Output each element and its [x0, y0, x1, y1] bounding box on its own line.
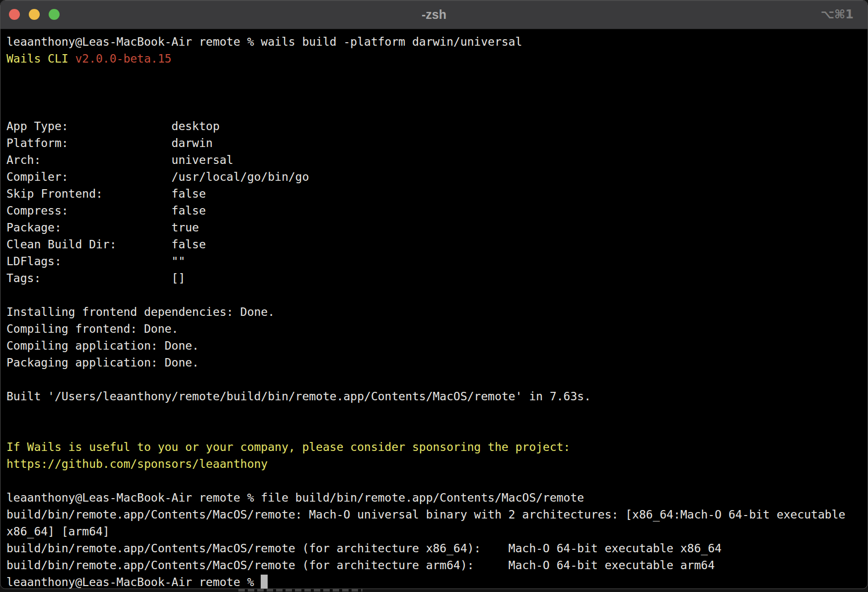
- terminal-text: Package: true: [6, 221, 199, 234]
- terminal-text: build/bin/remote.app/Contents/MacOS/remo…: [6, 559, 715, 572]
- terminal-text: Built '/Users/leaanthony/remote/build/bi…: [6, 390, 591, 403]
- terminal-content[interactable]: leaanthony@Leas-MacBook-Air remote % wai…: [0, 29, 868, 589]
- wails-version-line: Wails CLI v2.0.0-beta.15: [6, 50, 866, 67]
- sponsor-message: If Wails is useful to you or your compan…: [6, 439, 866, 455]
- terminal-text: Compiling frontend: Done.: [6, 322, 178, 335]
- terminal-text: Skip Frontend: false: [6, 187, 206, 200]
- command-line-build: leaanthony@Leas-MacBook-Air remote % wai…: [6, 33, 866, 50]
- terminal-text: Platform: darwin: [6, 137, 213, 149]
- config-platform: Platform: darwin: [6, 135, 866, 151]
- config-compiler: Compiler: /usr/local/go/bin/go: [6, 168, 866, 185]
- occluded-window-sliver: [238, 589, 362, 592]
- file-output-universal-wrap: x86_64] [arm64]: [6, 523, 866, 540]
- config-skip-frontend: Skip Frontend: false: [6, 185, 866, 202]
- terminal-text: Compress: false: [6, 204, 206, 217]
- blank-line: [6, 405, 866, 422]
- build-result-line: Built '/Users/leaanthony/remote/build/bi…: [6, 388, 866, 405]
- terminal-text: Wails CLI: [6, 52, 75, 65]
- terminal-cursor: [261, 575, 268, 589]
- config-package: Package: true: [6, 219, 866, 236]
- terminal-text: Tags: []: [6, 272, 185, 285]
- terminal-text: Installing frontend dependencies: Done.: [6, 305, 275, 318]
- terminal-text: leaanthony@Leas-MacBook-Air remote % wai…: [6, 35, 522, 48]
- status-packaging-application: Packaging application: Done.: [6, 354, 866, 371]
- terminal-text: Compiling application: Done.: [6, 339, 199, 352]
- blank-line: [6, 67, 866, 84]
- terminal-text: Packaging application: Done.: [6, 356, 199, 369]
- status-installing-deps: Installing frontend dependencies: Done.: [6, 303, 866, 320]
- sponsor-url[interactable]: https://github.com/sponsors/leaanthony: [6, 457, 268, 470]
- terminal-text: Clean Build Dir: false: [6, 238, 206, 251]
- config-clean-build-dir: Clean Build Dir: false: [6, 236, 866, 253]
- terminal-text: leaanthony@Leas-MacBook-Air remote %: [6, 576, 261, 589]
- terminal-text: LDFlags: "": [6, 255, 185, 268]
- config-tags: Tags: []: [6, 270, 866, 287]
- terminal-text: leaanthony@Leas-MacBook-Air remote % fil…: [6, 491, 584, 504]
- window-titlebar[interactable]: -zsh ⌥⌘1: [0, 0, 868, 29]
- blank-line: [6, 371, 866, 388]
- window-title: -zsh: [0, 0, 868, 29]
- desktop-background: { "window": { "title": "-zsh", "shortcut…: [0, 0, 868, 592]
- blank-line: [6, 287, 866, 303]
- config-compress: Compress: false: [6, 202, 866, 219]
- sponsor-url-line: https://github.com/sponsors/leaanthony: [6, 455, 866, 472]
- config-app-type: App Type: desktop: [6, 118, 866, 135]
- blank-line: [6, 101, 866, 118]
- terminal-window: -zsh ⌥⌘1 leaanthony@Leas-MacBook-Air rem…: [0, 0, 868, 589]
- file-output-universal: build/bin/remote.app/Contents/MacOS/remo…: [6, 506, 866, 523]
- window-shortcut-badge: ⌥⌘1: [820, 0, 854, 29]
- file-output-x86: build/bin/remote.app/Contents/MacOS/remo…: [6, 540, 866, 557]
- config-arch: Arch: universal: [6, 151, 866, 168]
- status-compiling-frontend: Compiling frontend: Done.: [6, 320, 866, 337]
- terminal-text: Compiler: /usr/local/go/bin/go: [6, 170, 309, 183]
- terminal-text: build/bin/remote.app/Contents/MacOS/remo…: [6, 508, 845, 521]
- file-output-arm64: build/bin/remote.app/Contents/MacOS/remo…: [6, 557, 866, 574]
- command-line-file: leaanthony@Leas-MacBook-Air remote % fil…: [6, 489, 866, 506]
- terminal-text: build/bin/remote.app/Contents/MacOS/remo…: [6, 542, 722, 555]
- terminal-text: If Wails is useful to you or your compan…: [6, 441, 570, 453]
- blank-line: [6, 422, 866, 439]
- prompt-line: leaanthony@Leas-MacBook-Air remote %: [6, 574, 866, 589]
- blank-line: [6, 472, 866, 489]
- status-compiling-application: Compiling application: Done.: [6, 337, 866, 354]
- terminal-text: x86_64] [arm64]: [6, 525, 110, 538]
- terminal-text: Arch: universal: [6, 153, 233, 166]
- terminal-text: App Type: desktop: [6, 120, 219, 133]
- config-ldflags: LDFlags: "": [6, 253, 866, 270]
- blank-line: [6, 84, 866, 101]
- terminal-text: v2.0.0-beta.15: [75, 52, 171, 65]
